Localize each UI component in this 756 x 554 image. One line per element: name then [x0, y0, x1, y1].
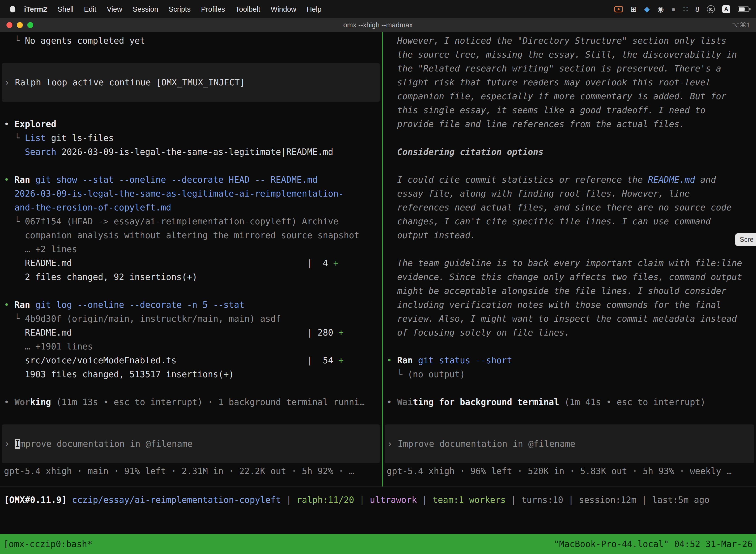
text-segment: Search — [25, 147, 56, 157]
terminal-line: slight risk that future readers may over… — [383, 75, 756, 89]
blank-line — [383, 131, 756, 145]
traffic-lights — [6, 22, 33, 28]
text-segment: src/voice/voiceModeEnabled.ts | 54 — [4, 355, 338, 365]
text-segment: Wai — [397, 397, 413, 407]
right-terminal-pane[interactable]: However, I noticed the "Directory Struct… — [383, 32, 756, 487]
terminal-line: • Ran git show --stat --oneline --decora… — [0, 173, 382, 187]
omx-status-segment: [OMX#0.11.9] — [4, 495, 67, 505]
terminal-line: and-the-erosion-of-copyleft.md — [0, 201, 382, 214]
dots-grid-icon[interactable]: ∷ — [683, 5, 688, 13]
menu-scripts[interactable]: Scripts — [164, 5, 196, 13]
menu-iterm2[interactable]: iTerm2 — [19, 5, 52, 13]
screen-recording-icon[interactable] — [614, 6, 623, 12]
menu-edit[interactable]: Edit — [79, 5, 102, 13]
text-segment: this single essay, it seems like a good … — [387, 105, 705, 115]
terminal-line: I could cite commit statistics or refere… — [383, 173, 756, 187]
blank-line — [383, 159, 756, 173]
text-segment: mprove documentation in @filename — [20, 439, 192, 449]
omx-status-segment: team:1 workers — [433, 495, 506, 505]
menu-shell[interactable]: Shell — [52, 5, 79, 13]
terminal-line: … +2 lines — [0, 242, 382, 256]
text-segment: 1903 files changed, 513517 insertions(+) — [4, 369, 234, 379]
menu-items: ShellEditViewSessionScriptsProfilesToolb… — [52, 5, 327, 13]
terminal-line: might be acceptable alongside the file l… — [383, 284, 756, 298]
battery-percent-indicator[interactable]: 61 — [707, 5, 715, 13]
thinking-heading: Considering citation options — [383, 145, 756, 159]
terminal-line: README.md | 4 + — [0, 256, 382, 270]
apple-menu-icon[interactable] — [10, 6, 15, 12]
model-status-line: gpt-5.4 xhigh · main · 91% left · 2.31M … — [0, 464, 382, 478]
app-circle-icon[interactable]: ◉ — [657, 5, 664, 13]
waiting-status-line: • Waiting for background terminal (1m 41… — [383, 395, 756, 409]
omx-status-segment: cczip/essay/ai-reimplementation-copyleft — [72, 495, 281, 505]
text-segment: I — [15, 439, 20, 449]
text-segment: 4b9d30f (origin/main, instructkr/main, m… — [25, 314, 281, 324]
app-dot-icon[interactable]: ● — [671, 5, 676, 13]
battery-icon[interactable] — [738, 6, 749, 12]
tmux-session-label: [omx-cczip0:bash* — [3, 539, 92, 549]
text-segment: 2 files changed, 92 insertions(+) — [4, 272, 197, 282]
menu-bar-status-icons: ⊞◆◉●∷861A — [614, 5, 749, 13]
omx-status-segment: ultrawork — [370, 495, 417, 505]
text-segment: I could cite commit statistics or refere… — [387, 175, 648, 185]
text-segment: 2026-03-09-is-legal-the-same-as-legitima… — [14, 189, 344, 199]
blank-line — [0, 381, 382, 395]
left-terminal-pane[interactable]: └ No agents completed yet› Ralph loop ac… — [0, 32, 382, 487]
text-segment: README.md | 280 — [4, 328, 338, 338]
text-segment: git ls-files — [46, 133, 114, 143]
omx-status-segment: turns:10 — [521, 495, 563, 505]
omx-status-bar: [OMX#0.11.9] cczip/essay/ai-reimplementa… — [0, 487, 756, 534]
blank-line — [383, 242, 756, 256]
text-segment: • — [4, 175, 14, 185]
input-source-icon[interactable]: A — [722, 5, 730, 13]
text-segment — [4, 147, 25, 157]
text-segment: of focusing solely on file lines. — [387, 328, 570, 338]
working-status-line: • Working (11m 13s • esc to interrupt) ·… — [0, 395, 382, 409]
window-tiling-icon[interactable]: ⊞ — [630, 5, 637, 13]
droplet-icon[interactable]: ◆ — [644, 5, 650, 13]
text-segment: + — [338, 355, 344, 365]
text-segment: • — [387, 355, 397, 365]
terminal-line: essay file, along with finding root file… — [383, 187, 756, 201]
keyhole-icon[interactable]: 8 — [695, 5, 699, 13]
zoom-button[interactable] — [27, 22, 33, 28]
terminal-line: • Explored — [0, 117, 382, 131]
close-button[interactable] — [6, 22, 12, 28]
blank-line — [383, 381, 756, 395]
blank-line — [0, 284, 382, 298]
text-segment: changes, I can't cite specific file line… — [387, 216, 711, 226]
menu-session[interactable]: Session — [127, 5, 164, 13]
text-segment: • — [387, 397, 397, 407]
terminal-line: 2 files changed, 92 insertions(+) — [0, 270, 382, 284]
text-segment: + — [338, 328, 344, 338]
text-segment: gpt-5.4 xhigh · main · 91% left · 2.31M … — [4, 466, 354, 476]
terminal-line: output instead. — [383, 228, 756, 242]
omx-status-segment: | — [281, 495, 297, 505]
terminal-line: The team guideline is to back every impo… — [383, 256, 756, 270]
text-segment: evidence. Since this change only affects… — [387, 272, 742, 282]
menu-view[interactable]: View — [102, 5, 127, 13]
menu-help[interactable]: Help — [301, 5, 327, 13]
terminal-line: └ (no output) — [383, 367, 756, 381]
text-segment: git status --short — [418, 355, 512, 365]
omx-status-segment: ralph:11/20 — [297, 495, 354, 505]
terminal-line: └ 4b9d30f (origin/main, instructkr/main,… — [0, 312, 382, 326]
command-input[interactable]: › Improve documentation in @filename — [385, 425, 754, 463]
text-segment: (1m 41s • esc to interrupt) — [564, 397, 705, 407]
command-input[interactable]: › Improve documentation in @filename — [2, 425, 380, 463]
menu-toolbelt[interactable]: Toolbelt — [230, 5, 265, 13]
terminal-line: this single essay, it seems like a good … — [383, 103, 756, 117]
text-segment: 067f154 (HEAD -> essay/ai-reimplementati… — [25, 216, 338, 226]
text-segment: review. Also, I might want to inspect th… — [387, 314, 737, 324]
text-segment: git log --oneline --decorate -n 5 --stat — [35, 300, 244, 310]
minimize-button[interactable] — [17, 22, 23, 28]
terminal-line: └ List git ls-files — [0, 131, 382, 145]
terminal-line: review. Also, I might want to inspect th… — [383, 312, 756, 326]
menu-window[interactable]: Window — [265, 5, 301, 13]
window-title-bar[interactable]: omx --xhigh --madmax ⌥⌘1 — [0, 18, 756, 32]
menu-profiles[interactable]: Profiles — [196, 5, 231, 13]
macos-menu-bar: iTerm2 ShellEditViewSessionScriptsProfil… — [0, 0, 756, 18]
text-segment: Ran — [397, 355, 413, 365]
text-segment: Considering citation options — [387, 147, 544, 157]
window-shortcut-badge: ⌥⌘1 — [732, 21, 750, 29]
